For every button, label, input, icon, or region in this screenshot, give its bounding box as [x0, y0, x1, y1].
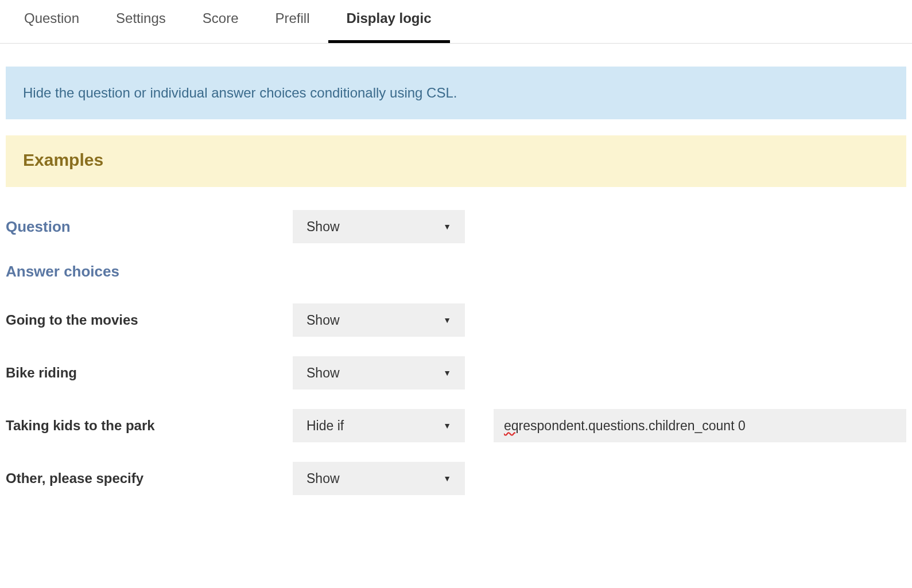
question-section-label: Question — [6, 218, 293, 236]
caret-down-icon: ▼ — [443, 316, 451, 325]
answer-visibility-select[interactable]: Hide if ▼ — [293, 409, 465, 442]
answer-visibility-select[interactable]: Show ▼ — [293, 356, 465, 390]
answer-label: Other, please specify — [6, 470, 293, 486]
answer-visibility-value: Show — [306, 313, 340, 328]
condition-text-prefix: eq — [504, 418, 519, 434]
examples-heading: Examples — [6, 135, 906, 187]
answer-visibility-select[interactable]: Show ▼ — [293, 462, 465, 495]
condition-text-rest: respondent.questions.children_count 0 — [519, 418, 746, 434]
answer-label: Bike riding — [6, 365, 293, 381]
condition-input[interactable]: eq respondent.questions.children_count 0 — [494, 409, 906, 442]
info-banner: Hide the question or individual answer c… — [6, 67, 906, 119]
answer-visibility-value: Show — [306, 471, 340, 486]
caret-down-icon: ▼ — [443, 222, 451, 231]
tab-prefill[interactable]: Prefill — [257, 0, 328, 43]
caret-down-icon: ▼ — [443, 368, 451, 377]
answer-visibility-value: Hide if — [306, 418, 344, 434]
answer-visibility-value: Show — [306, 365, 340, 381]
answer-label: Taking kids to the park — [6, 418, 293, 434]
answer-label: Going to the movies — [6, 312, 293, 328]
tab-display-logic[interactable]: Display logic — [328, 0, 450, 43]
tab-score[interactable]: Score — [184, 0, 257, 43]
caret-down-icon: ▼ — [443, 474, 451, 483]
caret-down-icon: ▼ — [443, 421, 451, 430]
tab-bar: Question Settings Score Prefill Display … — [0, 0, 912, 44]
answer-visibility-select[interactable]: Show ▼ — [293, 303, 465, 337]
answer-choices-heading: Answer choices — [6, 263, 906, 281]
question-visibility-value: Show — [306, 219, 340, 235]
question-visibility-select[interactable]: Show ▼ — [293, 210, 465, 243]
tab-settings[interactable]: Settings — [98, 0, 184, 43]
tab-question[interactable]: Question — [6, 0, 98, 43]
